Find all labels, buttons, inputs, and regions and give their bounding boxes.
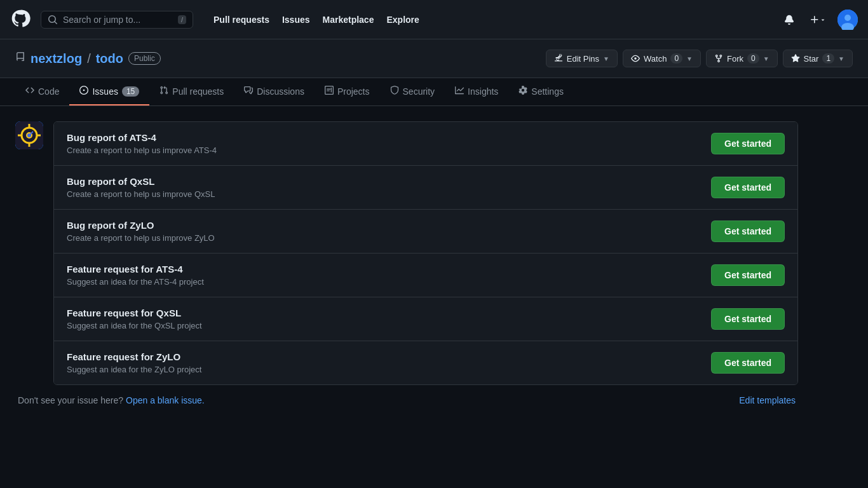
top-navigation: Search or jump to... / Pull requests Iss… [0,0,868,39]
template-info-0: Bug report of ATS-4 Create a report to h… [67,132,217,155]
template-info-5: Feature request for ZyLO Suggest an idea… [67,351,201,374]
template-desc-5: Suggest an idea for the ZyLO project [67,365,201,374]
tab-issues-label: Issues [92,86,118,97]
issue-template-container: Bug report of ATS-4 Create a report to h… [15,121,798,385]
edit-pins-button[interactable]: Edit Pins ▼ [546,50,618,67]
code-icon [25,86,34,97]
create-new-button[interactable] [806,11,830,29]
get-started-button-4[interactable]: Get started [711,308,785,330]
tab-projects[interactable]: Projects [315,78,380,105]
org-avatar [15,121,43,149]
edit-pins-dropdown[interactable]: ▼ [603,55,609,62]
edit-templates-link[interactable]: Edit templates [739,395,796,405]
tab-code[interactable]: Code [15,78,69,105]
template-title-3: Feature request for ATS-4 [67,264,204,274]
search-kbd: / [178,15,186,24]
template-item: Bug report of ATS-4 Create a report to h… [54,122,797,166]
get-started-button-2[interactable]: Get started [711,220,785,242]
tab-code-label: Code [38,86,59,97]
tab-pull-requests[interactable]: Pull requests [149,78,234,105]
settings-icon [519,86,527,97]
pr-icon [159,86,168,97]
tab-projects-label: Projects [337,86,370,97]
tab-settings-label: Settings [531,86,564,97]
fork-label: Fork [727,54,743,64]
repo-visibility-badge: Public [128,52,161,65]
template-desc-0: Create a report to help us improve ATS-4 [67,146,217,155]
template-item: Feature request for ZyLO Suggest an idea… [54,341,797,384]
repo-tabs: Code Issues 15 Pull requests Discussions [0,78,868,106]
github-logo[interactable] [10,8,31,30]
template-title-0: Bug report of ATS-4 [67,132,217,143]
repo-icon [15,52,25,65]
tab-insights-label: Insights [468,86,498,97]
get-started-button-3[interactable]: Get started [711,264,785,286]
repo-owner-link[interactable]: nextzlog [31,51,82,66]
project-icon [325,86,334,97]
get-started-button-0[interactable]: Get started [711,133,785,154]
tab-security[interactable]: Security [380,78,445,105]
star-count: 1 [822,53,834,64]
repo-header: nextzlog / todo Public Edit Pins ▼ Watch… [0,39,868,78]
fork-count: 0 [747,53,759,64]
user-avatar[interactable] [837,10,858,30]
open-blank-issue-link[interactable]: Open a blank issue. [126,395,205,405]
tab-issues[interactable]: Issues 15 [69,78,149,105]
template-info-3: Feature request for ATS-4 Suggest an ide… [67,264,204,287]
issues-nav-link[interactable]: Issues [277,11,315,29]
main-content: Bug report of ATS-4 Create a report to h… [0,106,813,421]
template-info-2: Bug report of ZyLO Create a report to he… [67,220,215,243]
topnav-right [780,10,858,30]
footer-left-text: Don't see your issue here? Open a blank … [18,395,205,405]
template-title-5: Feature request for ZyLO [67,351,201,362]
topnav-links: Pull requests Issues Marketplace Explore [208,11,424,29]
insights-icon [455,86,464,97]
template-desc-4: Suggest an idea for the QxSL project [67,321,202,330]
repo-title: nextzlog / todo Public [15,51,161,66]
fork-dropdown[interactable]: ▼ [763,55,770,62]
star-button[interactable]: Star 1 ▼ [783,50,853,67]
template-title-2: Bug report of ZyLO [67,220,215,231]
footer-row: Don't see your issue here? Open a blank … [15,395,798,405]
discussion-icon [244,86,253,97]
get-started-button-1[interactable]: Get started [711,177,785,198]
template-info-1: Bug report of QxSL Create a report to he… [67,176,215,199]
notifications-bell[interactable] [780,11,798,29]
watch-dropdown[interactable]: ▼ [686,55,693,62]
svg-point-1 [844,15,851,21]
repo-name-link[interactable]: todo [96,51,123,66]
edit-pins-label: Edit Pins [567,54,599,64]
template-item: Bug report of ZyLO Create a report to he… [54,210,797,254]
watch-button[interactable]: Watch 0 ▼ [623,50,701,67]
tab-settings[interactable]: Settings [508,78,574,105]
search-box[interactable]: Search or jump to... / [41,11,193,29]
fork-button[interactable]: Fork 0 ▼ [706,50,778,67]
footer-text-before: Don't see your issue here? [18,395,123,405]
template-title-1: Bug report of QxSL [67,176,215,187]
template-desc-3: Suggest an idea for the ATS-4 project [67,277,204,287]
template-item: Feature request for ATS-4 Suggest an ide… [54,254,797,297]
repo-sep: / [87,51,91,66]
get-started-button-5[interactable]: Get started [711,352,785,374]
template-title-4: Feature request for QxSL [67,308,202,318]
tab-discussions[interactable]: Discussions [234,78,315,105]
svg-point-11 [27,133,31,137]
issues-badge: 15 [122,86,139,97]
pull-requests-nav-link[interactable]: Pull requests [208,11,275,29]
tab-discussions-label: Discussions [257,86,304,97]
template-item: Feature request for QxSL Suggest an idea… [54,297,797,341]
star-label: Star [804,54,819,64]
security-icon [390,86,399,97]
explore-nav-link[interactable]: Explore [381,11,424,29]
tab-insights[interactable]: Insights [445,78,508,105]
template-info-4: Feature request for QxSL Suggest an idea… [67,308,202,330]
marketplace-nav-link[interactable]: Marketplace [318,11,379,29]
template-list: Bug report of ATS-4 Create a report to h… [53,121,798,385]
search-placeholder: Search or jump to... [63,15,140,25]
template-desc-2: Create a report to help us improve ZyLO [67,233,215,243]
star-dropdown[interactable]: ▼ [838,55,844,62]
template-item: Bug report of QxSL Create a report to he… [54,166,797,210]
issue-icon [79,86,88,97]
repo-actions: Edit Pins ▼ Watch 0 ▼ Fork 0 ▼ Star [546,50,853,67]
tab-pr-label: Pull requests [172,86,224,97]
